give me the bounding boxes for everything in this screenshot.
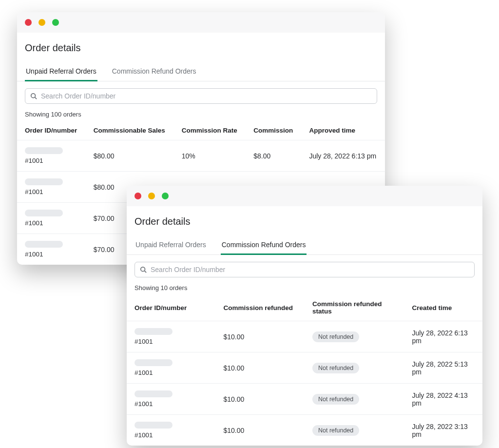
svg-point-0 [31, 94, 36, 98]
results-counter: Showing 10 orders [127, 282, 482, 295]
table-row[interactable]: #1001 $10.00 Not refunded July 28, 2022 … [127, 352, 482, 384]
skeleton-placeholder [25, 210, 63, 216]
skeleton-placeholder [25, 147, 63, 154]
tab-unpaid-orders[interactable]: Unpaid Referral Orders [25, 62, 97, 81]
tabs: Unpaid Referral Orders Commission Refund… [127, 236, 482, 255]
order-id: #1001 [134, 431, 208, 439]
order-id: #1001 [134, 338, 208, 345]
search-input[interactable] [151, 266, 469, 273]
search-input[interactable] [41, 92, 372, 100]
cell-created-time: July 28, 2022 6:13 pm [404, 321, 482, 352]
th-rate: Commission Rate [174, 122, 246, 140]
minimize-icon[interactable] [38, 19, 45, 26]
th-order-id: Order ID/number [17, 122, 86, 140]
window-titlebar [17, 12, 385, 33]
maximize-icon[interactable] [52, 19, 59, 26]
search-icon [30, 93, 37, 99]
close-icon[interactable] [25, 19, 32, 26]
svg-point-2 [141, 267, 145, 272]
cell-created-time: July 28, 2022 5:13 pm [404, 352, 482, 384]
skeleton-placeholder [25, 241, 63, 248]
order-id: #1001 [134, 400, 208, 408]
minimize-icon[interactable] [148, 193, 155, 199]
svg-line-1 [35, 97, 37, 99]
search-icon [140, 266, 147, 273]
close-icon[interactable] [134, 193, 141, 199]
maximize-icon[interactable] [162, 193, 169, 199]
th-commission: Commission [246, 122, 301, 140]
tab-refund-orders[interactable]: Commission Refund Orders [221, 236, 307, 254]
cell-refunded: $10.00 [216, 321, 305, 352]
skeleton-placeholder [134, 422, 173, 429]
cell-refunded: $10.00 [216, 415, 305, 446]
cell-rate: 10% [174, 140, 246, 172]
cell-refunded: $10.00 [216, 384, 305, 415]
th-approved: Approved time [301, 122, 385, 140]
status-badge: Not refunded [312, 394, 359, 405]
table-row[interactable]: #1001 $80.00 10% $8.00 July 28, 2022 6:1… [17, 140, 385, 172]
order-id: #1001 [25, 188, 78, 195]
tab-refund-orders[interactable]: Commission Refund Orders [111, 62, 197, 81]
page-title: Order details [17, 33, 385, 62]
cell-sales: $80.00 [86, 140, 174, 172]
skeleton-placeholder [25, 178, 63, 185]
status-badge: Not refunded [312, 331, 359, 342]
table-row[interactable]: #1001 $10.00 Not refunded July 28, 2022 … [127, 415, 482, 446]
cell-created-time: July 28, 2022 4:13 pm [404, 384, 482, 415]
svg-line-3 [145, 271, 147, 273]
th-created: Created time [404, 295, 482, 321]
table-row[interactable]: #1001 $10.00 Not refunded July 28, 2022 … [127, 321, 482, 352]
skeleton-placeholder [134, 328, 173, 335]
skeleton-placeholder [134, 390, 173, 397]
refund-table: Order ID/number Commission refunded Comm… [127, 295, 482, 446]
cell-created-time: July 28, 2022 3:13 pm [404, 415, 482, 446]
page-title: Order details [127, 206, 482, 236]
th-order-id: Order ID/number [127, 295, 216, 321]
results-counter: Showing 100 orders [17, 109, 385, 122]
status-badge: Not refunded [312, 363, 359, 373]
tab-unpaid-orders[interactable]: Unpaid Referral Orders [134, 236, 207, 254]
th-sales: Commissionable Sales [86, 122, 174, 140]
search-container [127, 255, 482, 282]
table-row[interactable]: #1001 $10.00 Not refunded July 28, 2022 … [127, 384, 482, 415]
tabs: Unpaid Referral Orders Commission Refund… [17, 62, 385, 81]
skeleton-placeholder [134, 359, 173, 366]
search-box[interactable] [25, 88, 377, 104]
th-refunded: Commission refunded [216, 295, 305, 321]
cell-commission: $8.00 [246, 140, 301, 172]
cell-approved-time: July 28, 2022 6:13 pm [301, 140, 385, 172]
order-id: #1001 [25, 219, 78, 227]
status-badge: Not refunded [312, 425, 359, 436]
window-titlebar [127, 186, 482, 206]
search-box[interactable] [134, 262, 475, 277]
search-container [17, 81, 385, 109]
window-refund-orders: Order details Unpaid Referral Orders Com… [127, 186, 482, 446]
order-id: #1001 [25, 157, 78, 164]
order-id: #1001 [134, 369, 208, 376]
cell-refunded: $10.00 [216, 352, 305, 384]
th-status: Commission refunded status [305, 295, 404, 321]
order-id: #1001 [25, 251, 78, 258]
